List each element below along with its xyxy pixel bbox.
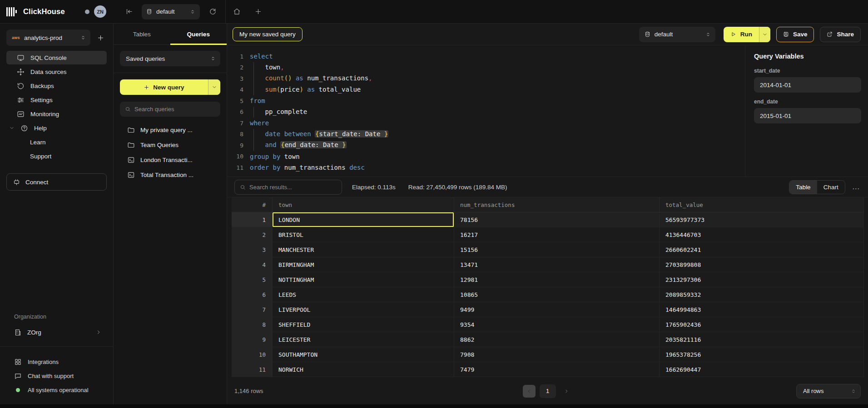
editor-database-select[interactable]: default bbox=[639, 27, 715, 42]
sidebar-item-support[interactable]: Support bbox=[6, 149, 107, 163]
view-table-button[interactable]: Table bbox=[789, 181, 817, 194]
connect-button[interactable]: Connect bbox=[6, 173, 107, 191]
more-options-icon[interactable]: ... bbox=[853, 183, 860, 191]
column-header-town[interactable]: town bbox=[273, 197, 454, 212]
organization-switcher[interactable]: ZOrg bbox=[0, 325, 113, 339]
run-options-button[interactable] bbox=[759, 27, 770, 42]
new-query-menu-button[interactable] bbox=[208, 79, 220, 95]
table-cell[interactable]: 13471 bbox=[454, 257, 660, 272]
row-index-cell[interactable]: 8 bbox=[232, 317, 273, 332]
table-cell[interactable]: LEEDS bbox=[273, 287, 454, 302]
table-cell[interactable]: 9354 bbox=[454, 317, 660, 332]
search-queries-input[interactable] bbox=[134, 106, 215, 113]
add-service-icon[interactable] bbox=[94, 31, 107, 44]
tab-tables[interactable]: Tables bbox=[114, 24, 170, 44]
table-cell[interactable]: 4136446703 bbox=[660, 227, 864, 242]
saved-queries-select[interactable]: Saved queries bbox=[120, 51, 220, 66]
table-cell[interactable]: LEICESTER bbox=[273, 332, 454, 347]
table-cell[interactable]: 2089859332 bbox=[660, 287, 864, 302]
table-cell[interactable]: 10865 bbox=[454, 287, 660, 302]
avatar[interactable]: ZN bbox=[94, 5, 106, 18]
table-cell[interactable]: SHEFFIELD bbox=[273, 317, 454, 332]
code-line[interactable]: 8date between {start_date: Date } bbox=[227, 129, 745, 140]
sidebar-item-sql-console[interactable]: SQL Console bbox=[6, 51, 107, 64]
sql-editor[interactable]: 1select2town,3count() as num_transaction… bbox=[227, 45, 745, 177]
start-date-input[interactable] bbox=[754, 77, 861, 93]
sidebar-footer-item-chat-with-support[interactable]: Chat with support bbox=[0, 369, 113, 383]
code-line[interactable]: 10group by town bbox=[227, 151, 745, 162]
column-header-index[interactable]: # bbox=[232, 197, 273, 212]
row-index-cell[interactable]: 10 bbox=[232, 347, 273, 362]
row-index-cell[interactable]: 11 bbox=[232, 362, 273, 377]
sidebar-item-learn[interactable]: Learn bbox=[6, 135, 107, 149]
run-button[interactable]: Run bbox=[724, 27, 770, 42]
table-cell[interactable]: NORWICH bbox=[273, 362, 454, 377]
topbar-database-select[interactable]: default bbox=[142, 4, 200, 20]
code-line[interactable]: 3count() as num_transactions, bbox=[227, 73, 745, 84]
code-line[interactable]: 6pp_complete bbox=[227, 107, 745, 118]
save-button[interactable]: Save bbox=[776, 27, 814, 42]
saved-query-item-my-private-query[interactable]: My private query ... bbox=[114, 123, 227, 138]
sidebar-item-data-sources[interactable]: Data sources bbox=[6, 65, 107, 79]
table-cell[interactable]: 2313297306 bbox=[660, 272, 864, 287]
table-cell[interactable]: 1765902436 bbox=[660, 317, 864, 332]
share-button[interactable]: Share bbox=[820, 27, 861, 42]
sidebar-item-backups[interactable]: Backups bbox=[6, 79, 107, 93]
code-line[interactable]: 7where bbox=[227, 118, 745, 129]
table-cell[interactable]: 15156 bbox=[454, 242, 660, 257]
table-cell[interactable]: 16217 bbox=[454, 227, 660, 242]
new-query-button[interactable]: New query bbox=[120, 79, 220, 95]
row-index-cell[interactable]: 6 bbox=[232, 287, 273, 302]
next-page-button[interactable] bbox=[560, 385, 573, 398]
table-cell[interactable]: SOUTHAMPTON bbox=[273, 347, 454, 362]
code-line[interactable]: 11order by num_transactions desc bbox=[227, 162, 745, 173]
code-line[interactable]: 2town, bbox=[227, 62, 745, 74]
table-cell[interactable]: 8862 bbox=[454, 332, 660, 347]
table-cell[interactable]: BIRMINGHAM bbox=[273, 257, 454, 272]
table-cell[interactable]: 2660602241 bbox=[660, 242, 864, 257]
code-line[interactable]: 5from bbox=[227, 95, 745, 107]
table-cell[interactable]: 56593977373 bbox=[660, 212, 864, 227]
tab-queries[interactable]: Queries bbox=[170, 24, 227, 44]
table-cell[interactable]: 12981 bbox=[454, 272, 660, 287]
row-index-cell[interactable]: 9 bbox=[232, 332, 273, 347]
sidebar-item-monitoring[interactable]: Monitoring bbox=[6, 107, 107, 121]
current-page[interactable]: 1 bbox=[540, 384, 556, 398]
table-cell[interactable]: MANCHESTER bbox=[273, 242, 454, 257]
table-cell[interactable]: 1662690447 bbox=[660, 362, 864, 377]
row-index-cell[interactable]: 2 bbox=[232, 227, 273, 242]
previous-page-button[interactable] bbox=[523, 385, 536, 398]
service-select[interactable]: aws analytics-prod bbox=[6, 29, 90, 46]
page-size-select[interactable]: All rows bbox=[796, 384, 861, 398]
saved-query-tab[interactable]: My new saved query bbox=[233, 27, 303, 41]
row-index-cell[interactable]: 7 bbox=[232, 302, 273, 317]
row-index-cell[interactable]: 5 bbox=[232, 272, 273, 287]
sidebar-footer-item-all-systems-operational[interactable]: All systems operational bbox=[0, 383, 113, 397]
table-cell[interactable]: 1464994863 bbox=[660, 302, 864, 317]
row-index-cell[interactable]: 1 bbox=[232, 212, 273, 227]
sidebar-item-settings[interactable]: Settings bbox=[6, 93, 107, 107]
refresh-icon[interactable] bbox=[200, 0, 225, 23]
row-index-cell[interactable]: 4 bbox=[232, 257, 273, 272]
row-index-cell[interactable]: 3 bbox=[232, 242, 273, 257]
table-cell[interactable]: 7479 bbox=[454, 362, 660, 377]
sidebar-item-help[interactable]: Help bbox=[6, 121, 107, 135]
column-header-total-value[interactable]: total_value bbox=[660, 197, 864, 212]
home-icon[interactable] bbox=[226, 0, 248, 23]
table-cell[interactable]: NOTTINGHAM bbox=[273, 272, 454, 287]
view-chart-button[interactable]: Chart bbox=[817, 181, 845, 194]
table-cell[interactable]: 2035821116 bbox=[660, 332, 864, 347]
saved-query-item-total-transaction[interactable]: Total Transaction ... bbox=[114, 167, 227, 182]
search-results-input[interactable] bbox=[249, 184, 337, 191]
end-date-input[interactable] bbox=[754, 108, 861, 123]
collapse-sidebar-icon[interactable] bbox=[116, 0, 142, 23]
column-header-num-transactions[interactable]: num_transactions bbox=[454, 197, 660, 212]
table-cell[interactable]: 2703899808 bbox=[660, 257, 864, 272]
sidebar-footer-item-integrations[interactable]: Integrations bbox=[0, 355, 113, 369]
table-cell[interactable]: 9499 bbox=[454, 302, 660, 317]
code-line[interactable]: 4sum(price) as total_value bbox=[227, 84, 745, 96]
table-cell[interactable]: 78156 bbox=[454, 212, 660, 227]
code-line[interactable]: 9and {end_date: Date } bbox=[227, 140, 745, 151]
saved-query-item-team-queries[interactable]: Team Queries bbox=[114, 138, 227, 152]
table-cell[interactable]: LIVERPOOL bbox=[273, 302, 454, 317]
